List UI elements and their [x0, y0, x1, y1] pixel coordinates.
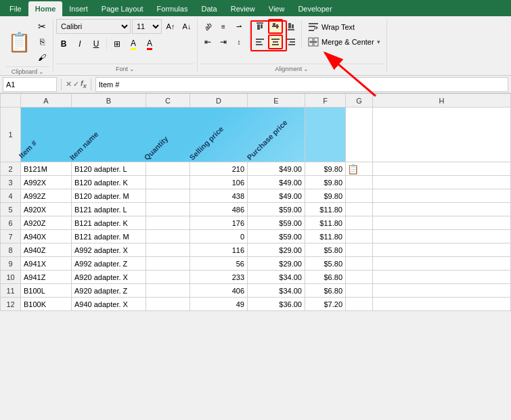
cell-F3[interactable]: $9.80 — [305, 176, 346, 189]
font-name-select[interactable]: Calibri — [56, 19, 131, 34]
increase-font-btn[interactable]: A↑ — [163, 19, 178, 34]
cell-E7[interactable]: $59.00 — [248, 230, 305, 243]
tab-page-layout[interactable]: Page Layout — [95, 1, 150, 16]
cell-C6[interactable] — [146, 216, 190, 230]
font-expander[interactable]: ⌄ — [129, 66, 135, 72]
cell-D5[interactable]: 486 — [190, 203, 248, 216]
cell-A3[interactable]: A992X — [21, 176, 72, 189]
cell-F11[interactable]: $6.80 — [305, 284, 346, 298]
format-painter-button[interactable]: 🖌 — [34, 50, 50, 65]
cancel-formula-icon[interactable]: ✕ — [66, 80, 72, 89]
middle-align-button[interactable] — [268, 19, 283, 34]
cell-G7[interactable] — [346, 230, 373, 243]
bottom-align-button[interactable] — [284, 19, 298, 34]
cell-F8[interactable]: $5.80 — [305, 243, 346, 257]
cell-C10[interactable] — [146, 271, 190, 284]
cell-D7[interactable]: 0 — [190, 230, 248, 243]
cell-D9[interactable]: 56 — [190, 257, 248, 271]
tab-file[interactable]: File — [3, 1, 28, 16]
col-header-B[interactable]: B — [72, 94, 146, 108]
underline-button[interactable]: U — [89, 37, 104, 51]
fill-color-button[interactable]: A — [126, 37, 141, 51]
col-header-C[interactable]: C — [146, 94, 190, 108]
cell-G8[interactable] — [346, 243, 373, 257]
insert-function-icon[interactable]: fx — [81, 79, 87, 89]
cell-G4[interactable] — [346, 189, 373, 203]
cell-A6[interactable]: A920Z — [21, 216, 72, 230]
cell-H3[interactable] — [373, 176, 511, 189]
cell-D3[interactable]: 106 — [190, 176, 248, 189]
col-header-E[interactable]: E — [248, 94, 305, 108]
cell-G10[interactable] — [346, 271, 373, 284]
bold-button[interactable]: B — [56, 37, 71, 51]
cell-F2[interactable]: $9.80 — [305, 162, 346, 176]
cell-D2[interactable]: 210 — [190, 162, 248, 176]
col-header-G[interactable]: G — [346, 94, 373, 108]
cell-C9[interactable] — [146, 257, 190, 271]
font-size-select[interactable]: 11 — [132, 19, 162, 34]
tab-formulas[interactable]: Formulas — [150, 1, 195, 16]
cell-B2[interactable]: B120 adapter. L — [72, 162, 146, 176]
cell-B7[interactable]: B121 adapter. M — [72, 230, 146, 243]
cell-C2[interactable] — [146, 162, 190, 176]
cell-E3[interactable]: $49.00 — [248, 176, 305, 189]
cell-E10[interactable]: $34.00 — [248, 271, 305, 284]
cell-B3[interactable]: B120 adapter. K — [72, 176, 146, 189]
cell-G6[interactable] — [346, 216, 373, 230]
cell-H11[interactable] — [373, 284, 511, 298]
cell-B9[interactable]: A992 adapter. Z — [72, 257, 146, 271]
clipboard-expander[interactable]: ⌄ — [39, 68, 44, 75]
cell-F12[interactable]: $7.20 — [305, 298, 346, 311]
alignment-expander[interactable]: ⌄ — [303, 66, 309, 72]
tab-data[interactable]: Data — [194, 1, 223, 16]
cell-B6[interactable]: B121 adapter. K — [72, 216, 146, 230]
orientation-button[interactable]: ab — [197, 16, 218, 37]
cell-F7[interactable]: $11.80 — [305, 230, 346, 243]
paste-button[interactable]: 📋 — [5, 27, 32, 57]
cell-A9[interactable]: A941X — [21, 257, 72, 271]
cell-E6[interactable]: $59.00 — [248, 216, 305, 230]
center-align-button[interactable] — [268, 34, 283, 49]
cell-G9[interactable] — [346, 257, 373, 271]
cell-G12[interactable] — [346, 298, 373, 311]
tab-view[interactable]: View — [262, 1, 292, 16]
cell-H12[interactable] — [373, 298, 511, 311]
cell-C12[interactable] — [146, 298, 190, 311]
cell-A12[interactable]: B100K — [21, 298, 72, 311]
cell-B11[interactable]: A920 adapter. Z — [72, 284, 146, 298]
cell-C4[interactable] — [146, 189, 190, 203]
tab-home[interactable]: Home — [28, 1, 63, 16]
decrease-indent-button[interactable]: ⇤ — [200, 34, 215, 49]
cell-E4[interactable]: $49.00 — [248, 189, 305, 203]
cell-H2[interactable] — [373, 162, 511, 176]
font-color-button[interactable]: A — [142, 37, 157, 51]
cell-E9[interactable]: $29.00 — [248, 257, 305, 271]
cell-E8[interactable]: $29.00 — [248, 243, 305, 257]
borders-button[interactable]: ⊞ — [110, 37, 125, 51]
name-box[interactable]: A1 — [3, 77, 57, 92]
cell-A4[interactable]: A992Z — [21, 189, 72, 203]
cell-A8[interactable]: A940Z — [21, 243, 72, 257]
cell-A11[interactable]: B100L — [21, 284, 72, 298]
increase-indent-button[interactable]: ⇥ — [216, 34, 231, 49]
formula-input[interactable] — [95, 77, 508, 92]
rotate-text-button[interactable]: ⇀ — [231, 19, 246, 34]
wrap-text-button[interactable]: Wrap Text — [305, 20, 384, 34]
cell-G11[interactable] — [346, 284, 373, 298]
copy-button[interactable]: ⎘ — [34, 34, 50, 49]
tab-insert[interactable]: Insert — [62, 1, 95, 16]
cell-E5[interactable]: $59.00 — [248, 203, 305, 216]
merge-center-button[interactable]: Merge & Center ▾ — [305, 34, 384, 49]
cell-D11[interactable]: 406 — [190, 284, 248, 298]
cell-C7[interactable] — [146, 230, 190, 243]
wrap-text-top-button[interactable]: ≡ — [216, 19, 231, 34]
cell-D4[interactable]: 438 — [190, 189, 248, 203]
cell-B5[interactable]: B121 adapter. L — [72, 203, 146, 216]
vert-text-button[interactable]: ↕ — [231, 34, 246, 49]
cell-H1[interactable] — [373, 108, 511, 162]
col-header-H[interactable]: H — [373, 94, 511, 108]
cell-A5[interactable]: A920X — [21, 203, 72, 216]
cell-F6[interactable]: $11.80 — [305, 216, 346, 230]
cell-F4[interactable]: $9.80 — [305, 189, 346, 203]
col-header-A[interactable]: A — [21, 94, 72, 108]
